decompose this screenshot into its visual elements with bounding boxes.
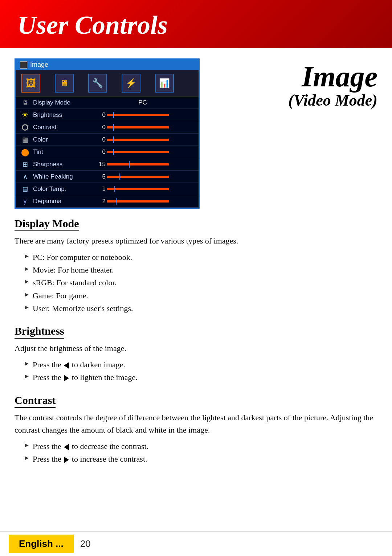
tint-symbol-icon: ⬤ (21, 148, 29, 156)
contrast-value: 0 (91, 124, 106, 131)
info-icon: ⚡ (126, 78, 136, 88)
menu-icon-display[interactable]: 🖥 (55, 74, 74, 93)
color-icon: ▦ (20, 136, 30, 144)
main-content: Image 🖼 🖥 🔧 ⚡ 📊 (0, 48, 392, 209)
color-temp-icon: ▤ (20, 185, 30, 193)
menu-icon-chart[interactable]: 📊 (155, 74, 174, 93)
brightness-heading: Brightness (15, 325, 64, 339)
temp-icon: ▤ (23, 185, 28, 192)
color-bar (107, 139, 194, 141)
sun-icon: ☀ (21, 110, 29, 120)
tint-label: Tint (33, 148, 91, 156)
white-peaking-track (107, 176, 169, 178)
brightness-icon: ☀ (20, 111, 30, 119)
section-display-mode: Display Mode There are many factory pres… (15, 217, 377, 315)
right-arrow-icon (64, 375, 69, 381)
left-panel: Image 🖼 🖥 🔧 ⚡ 📊 (15, 58, 203, 209)
degamma-cursor (116, 198, 117, 205)
menu-row-degamma[interactable]: γ Degamma 2 (16, 195, 199, 208)
sharpness-track (107, 163, 169, 165)
section-contrast: Contrast The contrast controls the degre… (15, 394, 377, 466)
image-heading: Image (302, 62, 377, 91)
color-temp-label: Color Temp. (33, 185, 91, 193)
white-peaking-icon: ∧ (20, 173, 30, 181)
language-label: English ... (9, 535, 74, 553)
settings-icon: 🔧 (92, 78, 103, 88)
degamma-bar (107, 200, 194, 203)
degamma-icon: γ (20, 197, 30, 205)
menu-row-display-mode[interactable]: 🖥 Display Mode PC (16, 97, 199, 109)
color-temp-value: 1 (91, 185, 106, 193)
menu-icon-info[interactable]: ⚡ (122, 74, 140, 93)
color-cursor (113, 136, 114, 143)
color-temp-cursor (114, 186, 115, 192)
menu-row-white-peaking[interactable]: ∧ White Peaking 5 (16, 171, 199, 183)
menu-row-tint[interactable]: ⬤ Tint 0 (16, 146, 199, 158)
degamma-label: Degamma (33, 198, 91, 205)
white-peaking-value: 5 (91, 173, 106, 180)
sharpness-icon: ⊞ (20, 160, 30, 168)
page-number: 20 (80, 538, 91, 549)
contrast-icon (20, 123, 30, 131)
contrast-cursor (113, 124, 114, 131)
list-item: sRGB: For standard color. (25, 276, 377, 289)
sharpness-value: 15 (91, 161, 106, 168)
brightness-cursor (113, 112, 114, 118)
menu-title-bar: Image (16, 60, 199, 70)
right-arrow-icon (64, 457, 69, 463)
contrast-intro: The contrast controls the degree of diff… (15, 412, 377, 436)
list-item: Press the to darken image. (25, 358, 377, 371)
sharp-symbol-icon: ⊞ (23, 160, 28, 168)
brightness-intro: Adjust the brightness of the image. (15, 342, 377, 355)
contrast-track (107, 126, 169, 128)
page-title: User Controls (17, 10, 375, 40)
brightness-bar (107, 114, 194, 116)
menu-icon-settings[interactable]: 🔧 (88, 74, 107, 93)
color-temp-track (107, 188, 169, 190)
tint-cursor (113, 149, 114, 155)
list-item: Press the to lighten the image. (25, 371, 377, 384)
menu-screenshot: Image 🖼 🖥 🔧 ⚡ 📊 (15, 58, 200, 209)
degamma-value: 2 (91, 198, 106, 205)
list-item: PC: For computer or notebook. (25, 251, 377, 263)
tint-icon: ⬤ (20, 148, 30, 156)
contrast-bar (107, 126, 194, 128)
tint-value: 0 (91, 148, 106, 156)
display-mode-icon: 🖥 (20, 99, 30, 107)
list-item: Press the to increase the contrast. (25, 453, 377, 465)
tint-bar (107, 151, 194, 153)
gamma-icon: γ (24, 197, 27, 205)
contrast-list: Press the to decrease the contrast. Pres… (15, 440, 377, 465)
menu-icons-row: 🖼 🖥 🔧 ⚡ 📊 (16, 70, 199, 97)
section-brightness: Brightness Adjust the brightness of the … (15, 325, 377, 384)
display-mode-label: Display Mode (33, 99, 91, 106)
brightness-track (107, 114, 169, 116)
menu-row-color-temp[interactable]: ▤ Color Temp. 1 (16, 183, 199, 195)
color-label: Color (33, 136, 91, 143)
white-peaking-cursor (119, 173, 120, 180)
chart-icon: 📊 (159, 78, 170, 88)
tint-track (107, 151, 169, 153)
list-item: Press the to decrease the contrast. (25, 440, 377, 453)
menu-row-color[interactable]: ▦ Color 0 (16, 134, 199, 146)
color-temp-bar (107, 188, 194, 190)
display-mode-list: PC: For computer or notebook. Movie: For… (15, 251, 377, 315)
display-icon: 🖥 (60, 78, 69, 88)
menu-row-brightness[interactable]: ☀ Brightness 0 (16, 109, 199, 121)
display-mode-heading: Display Mode (15, 217, 79, 231)
brightness-list: Press the to darken image. Press the to … (15, 358, 377, 384)
sharpness-cursor (129, 161, 130, 168)
wave-icon: ∧ (23, 173, 28, 181)
contrast-label: Contrast (33, 124, 91, 131)
menu-row-sharpness[interactable]: ⊞ Sharpness 15 (16, 158, 199, 171)
menu-icon-image[interactable]: 🖼 (21, 74, 40, 93)
menu-row-contrast[interactable]: Contrast 0 (16, 121, 199, 134)
brightness-value: 0 (91, 111, 106, 119)
list-item: User: Memorize user's settings. (25, 302, 377, 315)
menu-title-label: Image (30, 61, 48, 69)
color-track (107, 139, 169, 141)
left-arrow-icon (64, 362, 69, 369)
sections-content: Display Mode There are many factory pres… (0, 209, 392, 490)
image-icon: 🖼 (26, 77, 36, 89)
sharpness-bar (107, 163, 194, 165)
